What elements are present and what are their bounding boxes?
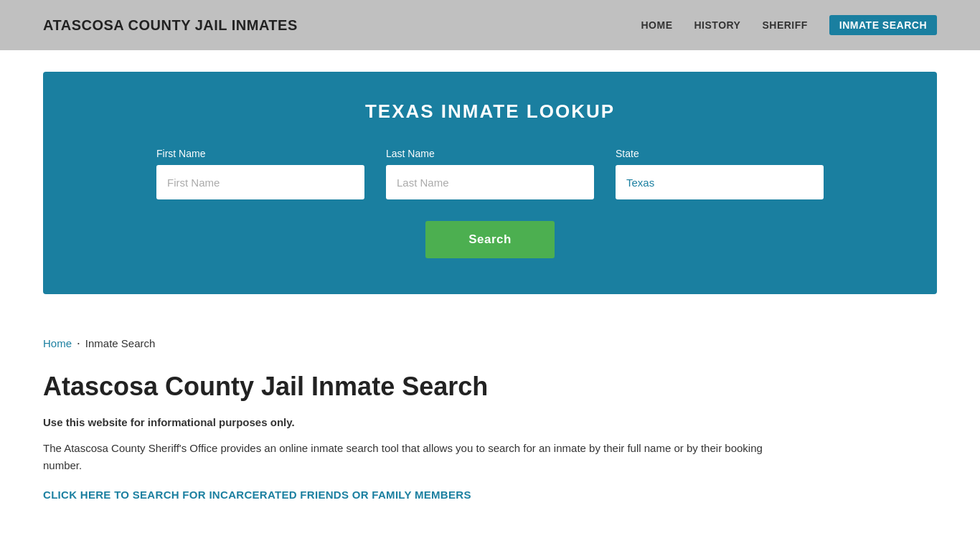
nav-home[interactable]: HOME xyxy=(641,19,673,31)
first-name-label: First Name xyxy=(156,148,364,159)
first-name-group: First Name xyxy=(156,148,364,199)
state-group: State xyxy=(616,148,824,199)
state-label: State xyxy=(616,148,824,159)
breadcrumb-separator: • xyxy=(77,340,80,347)
site-header: ATASCOSA COUNTY JAIL INMATES HOME HISTOR… xyxy=(0,0,980,50)
main-nav: HOME HISTORY SHERIFF INMATE SEARCH xyxy=(641,15,938,35)
cta-search-link[interactable]: CLICK HERE to Search for Incarcerated Fr… xyxy=(43,489,471,501)
last-name-label: Last Name xyxy=(386,148,594,159)
last-name-group: Last Name xyxy=(386,148,594,199)
main-content: Atascosa County Jail Inmate Search Use t… xyxy=(0,357,980,530)
breadcrumb-home-link[interactable]: Home xyxy=(43,337,72,349)
info-bold-text: Use this website for informational purpo… xyxy=(43,416,937,428)
breadcrumb-container: Home • Inmate Search xyxy=(0,316,980,357)
inmate-lookup-section: TEXAS INMATE LOOKUP First Name Last Name… xyxy=(43,72,937,294)
state-input[interactable] xyxy=(616,165,824,199)
nav-inmate-search[interactable]: INMATE SEARCH xyxy=(829,15,937,35)
nav-history[interactable]: HISTORY xyxy=(694,19,741,31)
page-title: Atascosa County Jail Inmate Search xyxy=(43,371,937,402)
last-name-input[interactable] xyxy=(386,165,594,199)
search-button[interactable]: Search xyxy=(425,221,555,258)
lookup-title: TEXAS INMATE LOOKUP xyxy=(365,100,615,123)
site-logo: ATASCOSA COUNTY JAIL INMATES xyxy=(43,17,298,34)
first-name-input[interactable] xyxy=(156,165,364,199)
breadcrumb: Home • Inmate Search xyxy=(43,337,937,349)
nav-sheriff[interactable]: SHERIFF xyxy=(762,19,807,31)
breadcrumb-current-page: Inmate Search xyxy=(85,337,156,349)
info-paragraph: The Atascosa County Sheriff's Office pro… xyxy=(43,440,796,474)
search-fields-container: First Name Last Name State xyxy=(86,148,894,199)
